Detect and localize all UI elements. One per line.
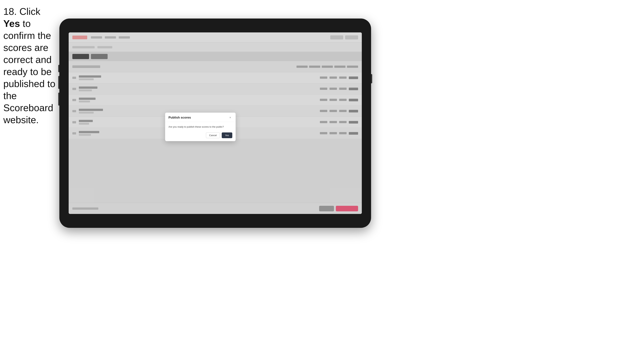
modal-close-button[interactable]: × [228,116,232,120]
yes-keyword: Yes [3,18,20,29]
modal-message: Are you ready to publish these scores to… [168,125,232,129]
yes-button[interactable]: Yes [222,133,232,138]
modal-overlay: Publish scores × Are you ready to publis… [69,32,362,214]
modal-header: Publish scores × [165,113,236,122]
instruction-suffix: to confirm the scores are correct and re… [3,18,55,125]
instruction-text: 18. Click Yes to confirm the scores are … [3,5,57,126]
tablet-device: Publish scores × Are you ready to publis… [59,18,371,228]
tablet-screen: Publish scores × Are you ready to publis… [69,32,362,214]
cancel-button[interactable]: Cancel [206,133,220,138]
tablet-vol-up [58,76,59,89]
tablet-vol-down [58,93,59,106]
modal-footer: Cancel Yes [165,133,236,141]
tablet-power-button [371,74,372,83]
tablet-vol-mute [58,65,59,72]
step-number: 18. [3,6,17,17]
modal-title: Publish scores [168,116,191,120]
modal-body: Are you ready to publish these scores to… [165,122,236,133]
instruction-prefix: Click [20,6,40,17]
publish-scores-modal: Publish scores × Are you ready to publis… [165,113,236,141]
